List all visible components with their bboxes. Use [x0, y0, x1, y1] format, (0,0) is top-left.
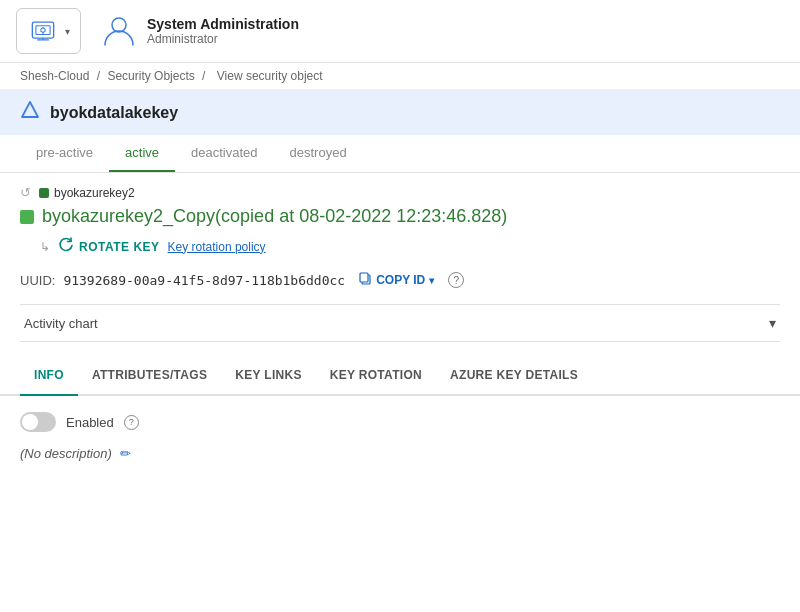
description-text: (No description) — [20, 446, 112, 461]
key-header-title: byokdatalakekey — [50, 104, 178, 122]
uuid-label: UUID: — [20, 273, 55, 288]
redo-arrow-icon: ↺ — [20, 185, 31, 200]
edit-description-icon[interactable]: ✏ — [120, 446, 131, 461]
key-copy-name-row: byokazurekey2_Copy(copied at 08-02-2022 … — [20, 206, 780, 227]
tab-info[interactable]: INFO — [20, 354, 78, 396]
breadcrumb-shesh-cloud[interactable]: Shesh-Cloud — [20, 69, 89, 83]
copy-id-button[interactable]: COPY ID ▾ — [353, 270, 440, 290]
description-row: (No description) ✏ — [20, 446, 780, 461]
header: ▾ System Administration Administrator — [0, 0, 800, 63]
tab-key-links[interactable]: KEY LINKS — [221, 354, 316, 396]
breadcrumb-sep-1: / — [97, 69, 104, 83]
green-square-icon — [39, 188, 49, 198]
copy-chevron-icon: ▾ — [429, 275, 434, 286]
rotate-key-row: ↳ ROTATE KEY Key rotation policy — [20, 237, 780, 256]
tab-pre-active[interactable]: pre-active — [20, 135, 109, 172]
user-details: System Administration Administrator — [147, 16, 299, 46]
info-section: Enabled ? (No description) ✏ — [0, 396, 800, 477]
rotate-key-button[interactable]: ROTATE KEY — [58, 237, 160, 256]
key-source-name: byokazurekey2 — [54, 186, 135, 200]
key-triangle-icon — [20, 100, 40, 125]
uuid-row: UUID: 91392689-00a9-41f5-8d97-118b1b6dd0… — [20, 270, 780, 290]
tab-active[interactable]: active — [109, 135, 175, 172]
svg-rect-10 — [360, 273, 368, 282]
expand-chevron-icon: ▾ — [769, 315, 776, 331]
enabled-toggle[interactable] — [20, 412, 56, 432]
copy-id-label: COPY ID — [376, 273, 425, 287]
rotation-policy-link[interactable]: Key rotation policy — [168, 240, 266, 254]
key-source-badge: byokazurekey2 — [39, 186, 135, 200]
enabled-row: Enabled ? — [20, 412, 780, 432]
breadcrumb-sep-2: / — [202, 69, 209, 83]
user-role: Administrator — [147, 32, 299, 46]
key-header-card: byokdatalakekey — [0, 90, 800, 135]
activity-chart-row[interactable]: Activity chart ▾ — [20, 304, 780, 342]
rotate-key-label: ROTATE KEY — [79, 240, 160, 254]
main-content: ↺ byokazurekey2 byokazurekey2_Copy(copie… — [0, 173, 800, 354]
svg-marker-8 — [22, 102, 38, 117]
copy-doc-icon — [359, 272, 372, 288]
breadcrumb-current: View security object — [217, 69, 323, 83]
indent-arrow-icon: ↳ — [40, 240, 50, 254]
tab-azure-key-details[interactable]: AZURE KEY DETAILS — [436, 354, 592, 396]
key-source-row: ↺ byokazurekey2 — [20, 185, 780, 200]
rotate-icon — [58, 237, 74, 256]
key-copy-title: byokazurekey2_Copy(copied at 08-02-2022 … — [42, 206, 507, 227]
lock-screen-icon — [27, 15, 59, 47]
enabled-help-icon[interactable]: ? — [124, 415, 139, 430]
user-info-section: System Administration Administrator — [101, 13, 299, 49]
tab-deactivated[interactable]: deactivated — [175, 135, 274, 172]
uuid-help-icon[interactable]: ? — [448, 272, 464, 288]
tab-destroyed[interactable]: destroyed — [274, 135, 363, 172]
bottom-tabs: INFO ATTRIBUTES/TAGS KEY LINKS KEY ROTAT… — [0, 354, 800, 396]
breadcrumb-security-objects[interactable]: Security Objects — [107, 69, 194, 83]
logo-dropdown[interactable]: ▾ — [16, 8, 81, 54]
tab-attributes-tags[interactable]: ATTRIBUTES/TAGS — [78, 354, 221, 396]
tab-key-rotation[interactable]: KEY ROTATION — [316, 354, 436, 396]
logo-chevron-icon: ▾ — [65, 26, 70, 37]
key-copy-color-indicator — [20, 210, 34, 224]
svg-point-7 — [112, 18, 126, 32]
status-tabs: pre-active active deactivated destroyed — [0, 135, 800, 173]
uuid-value: 91392689-00a9-41f5-8d97-118b1b6dd0cc — [63, 273, 345, 288]
breadcrumb: Shesh-Cloud / Security Objects / View se… — [0, 63, 800, 90]
enabled-label: Enabled — [66, 415, 114, 430]
user-name: System Administration — [147, 16, 299, 32]
activity-chart-label: Activity chart — [24, 316, 98, 331]
user-avatar-icon — [101, 13, 137, 49]
